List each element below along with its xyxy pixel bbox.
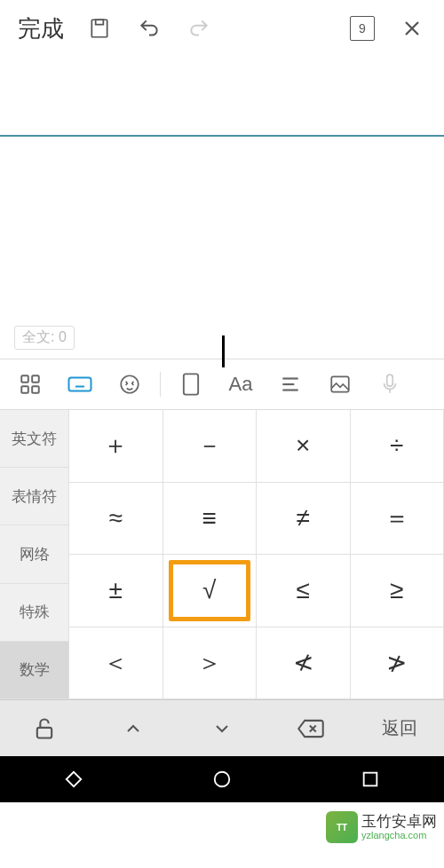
svg-rect-19: [37, 727, 52, 738]
svg-rect-1: [96, 20, 104, 24]
watermark-url: yzlangcha.com: [361, 830, 437, 840]
category-tabs: 英文符 表情符 网络 特殊 数学: [0, 410, 69, 699]
category-tab-network[interactable]: 网络: [0, 525, 69, 583]
editor-header-area[interactable]: [0, 57, 444, 137]
toolbar-divider: [160, 372, 161, 397]
nav-recent-icon[interactable]: [353, 761, 388, 797]
symbol-grid: ＋ － × ÷ ≈ ≡ ≠ ＝ ± √ ≤ ≥ ＜ ＞ ≮ ≯: [69, 410, 444, 699]
category-tab-english-symbols[interactable]: 英文符: [0, 410, 69, 468]
svg-point-12: [121, 375, 139, 393]
page-number-indicator[interactable]: 9: [341, 7, 384, 50]
backspace-key[interactable]: [266, 700, 355, 756]
nav-back-icon[interactable]: [56, 761, 91, 797]
category-tab-math[interactable]: 数学: [0, 642, 69, 699]
text-cursor: [222, 335, 225, 367]
svg-rect-5: [32, 386, 39, 393]
watermark-title: 玉竹安卓网: [361, 814, 437, 831]
lock-key[interactable]: [0, 700, 89, 756]
symbol-key-equal[interactable]: ＝: [351, 483, 445, 556]
done-button[interactable]: 完成: [11, 13, 71, 44]
nav-home-icon[interactable]: [204, 761, 240, 797]
return-key[interactable]: 返回: [355, 700, 444, 756]
close-icon[interactable]: [391, 7, 433, 50]
watermark: TT 玉竹安卓网 yzlangcha.com: [326, 811, 437, 843]
symbol-key-gt[interactable]: ＞: [163, 627, 258, 700]
up-key[interactable]: [89, 700, 178, 756]
svg-rect-13: [184, 374, 198, 394]
emoji-icon[interactable]: [107, 367, 153, 402]
align-icon[interactable]: [267, 367, 313, 402]
symbol-key-minus[interactable]: －: [163, 410, 258, 483]
keyboard-icon[interactable]: [57, 367, 103, 402]
svg-rect-2: [21, 375, 28, 383]
symbol-key-divide[interactable]: ÷: [351, 410, 445, 483]
redo-icon: [178, 7, 220, 50]
svg-rect-6: [69, 378, 91, 391]
symbol-key-identical[interactable]: ≡: [163, 483, 258, 556]
symbol-key-multiply[interactable]: ×: [257, 410, 351, 483]
svg-point-20: [215, 772, 230, 787]
image-icon[interactable]: [317, 367, 363, 402]
save-icon[interactable]: [78, 7, 121, 50]
svg-rect-3: [32, 375, 39, 383]
symbol-key-plus[interactable]: ＋: [69, 410, 163, 483]
symbol-key-notequal[interactable]: ≠: [257, 483, 351, 556]
symbol-key-plusminus[interactable]: ±: [69, 555, 163, 627]
undo-icon[interactable]: [128, 7, 170, 50]
svg-rect-17: [331, 376, 349, 391]
symbol-keyboard: 英文符 表情符 网络 特殊 数学 ＋ － × ÷ ≈ ≡ ≠ ＝ ± √ ≤ ≥…: [0, 410, 444, 699]
svg-rect-18: [387, 375, 393, 386]
apps-icon[interactable]: [7, 367, 53, 402]
symbol-key-sqrt[interactable]: √: [163, 555, 258, 627]
category-tab-special[interactable]: 特殊: [0, 584, 69, 642]
symbol-key-nlt[interactable]: ≮: [257, 627, 351, 700]
symbol-key-approx[interactable]: ≈: [69, 483, 163, 556]
symbol-key-lte[interactable]: ≤: [257, 555, 351, 627]
svg-rect-4: [21, 386, 28, 393]
watermark-logo: TT: [326, 811, 358, 843]
top-toolbar: 完成 9: [0, 0, 444, 57]
keyboard-bottom-row: 返回: [0, 699, 444, 756]
category-tab-emoji-symbols[interactable]: 表情符: [0, 468, 69, 525]
svg-rect-21: [363, 773, 377, 786]
word-count-label: 全文: 0: [14, 326, 75, 350]
android-nav-bar: [0, 756, 444, 802]
svg-rect-0: [91, 20, 107, 37]
editor-content-area[interactable]: 全文: 0: [0, 137, 444, 359]
fullscreen-icon[interactable]: [168, 367, 214, 402]
down-key[interactable]: [178, 700, 266, 756]
symbol-key-ngt[interactable]: ≯: [351, 627, 445, 700]
symbol-key-gte[interactable]: ≥: [351, 555, 445, 627]
font-icon[interactable]: Aa: [218, 367, 264, 402]
symbol-key-lt[interactable]: ＜: [69, 627, 163, 700]
mic-icon[interactable]: [367, 367, 413, 402]
